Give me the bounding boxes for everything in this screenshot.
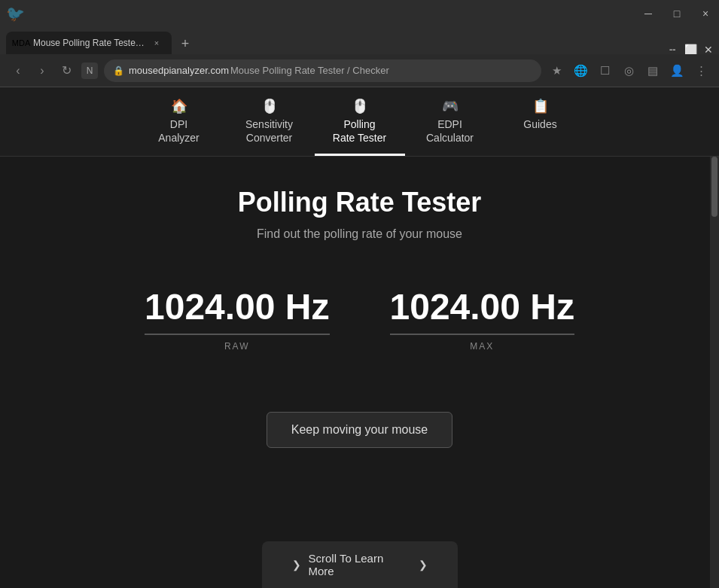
extensions-button[interactable]: N xyxy=(81,62,98,79)
dpi-analyzer-icon: 🏠 xyxy=(171,98,187,114)
scroll-to-learn-more-button[interactable]: ❯ Scroll To Learn More ❯ xyxy=(262,541,458,588)
polling-rate-icon: 🖱️ xyxy=(352,98,368,114)
active-tab[interactable]: MDA Mouse Polling Rate Tester / Che × xyxy=(6,32,172,54)
url-bar[interactable]: 🔒 mousedpianalyzer.com Mouse Polling Rat… xyxy=(104,59,541,82)
os-bird-icon: 🐦 xyxy=(6,5,25,23)
sensitivity-converter-label: SensitivityConverter xyxy=(245,117,293,145)
menu-icon[interactable]: ⋮ xyxy=(692,62,710,80)
window-controls[interactable]: ╌ ⬜ ✕ xyxy=(668,45,713,54)
metrics-row: 1024.00 Hz RAW 1024.00 Hz MAX xyxy=(145,286,574,352)
refresh-button[interactable]: ↻ xyxy=(57,62,75,80)
back-button[interactable]: ‹ xyxy=(9,62,27,80)
scrollbar[interactable] xyxy=(710,157,719,588)
bookmark-icon[interactable]: ★ xyxy=(547,62,565,80)
polling-rate-label: PollingRate Tester xyxy=(333,117,386,145)
translate-icon[interactable]: 🌐 xyxy=(571,62,590,80)
lock-icon: 🔒 xyxy=(113,66,124,76)
guides-icon: 📋 xyxy=(532,98,549,114)
nav-item-guides[interactable]: 📋 Guides xyxy=(495,87,586,156)
metric-max-value: 1024.00 Hz xyxy=(390,286,575,335)
url-text: mousedpianalyzer.com Mouse Polling Rate … xyxy=(129,65,389,76)
dpi-analyzer-label: DPIAnalyzer xyxy=(158,117,199,145)
edpi-calculator-icon: 🎮 xyxy=(442,98,459,114)
nav-item-polling-rate-tester[interactable]: 🖱️ PollingRate Tester xyxy=(315,87,405,156)
win-minimize-icon[interactable]: ╌ xyxy=(668,45,677,54)
tab-title: Mouse Polling Rate Tester / Che xyxy=(33,38,145,48)
url-domain: mousedpianalyzer.com xyxy=(129,65,229,76)
tab-bar: MDA Mouse Polling Rate Tester / Che × + … xyxy=(0,27,719,54)
metric-raw-value: 1024.00 Hz xyxy=(145,286,330,335)
address-bar: ‹ › ↻ N 🔒 mousedpianalyzer.com Mouse Pol… xyxy=(0,54,719,87)
metric-max: 1024.00 Hz MAX xyxy=(390,286,575,352)
page-content: Polling Rate Tester Find out the polling… xyxy=(0,157,719,588)
chevron-left-icon: ❯ xyxy=(292,559,301,571)
titlebar-left: 🐦 xyxy=(6,5,25,23)
screenshot-icon[interactable]: ☐ xyxy=(596,62,614,80)
scrollbar-thumb[interactable] xyxy=(711,157,717,217)
nav-item-sensitivity-converter[interactable]: 🖱️ SensitivityConverter xyxy=(224,87,315,156)
scroll-cta-label: Scroll To Learn More xyxy=(309,552,411,577)
metric-max-label: MAX xyxy=(470,341,494,352)
site-nav: 🏠 DPIAnalyzer 🖱️ SensitivityConverter 🖱️… xyxy=(0,87,719,157)
titlebar-right[interactable]: ─ □ × xyxy=(641,6,713,21)
url-path: Mouse Polling Rate Tester / Checker xyxy=(230,65,389,76)
camera-icon[interactable]: ◎ xyxy=(620,62,638,80)
page-subtitle: Find out the polling rate of your mouse xyxy=(257,227,462,241)
nav-item-edpi-calculator[interactable]: 🎮 EDPICalculator xyxy=(405,87,495,156)
profile-icon[interactable]: 👤 xyxy=(668,62,686,80)
mouse-hint-button[interactable]: Keep moving your mouse xyxy=(267,412,452,448)
page-title: Polling Rate Tester xyxy=(238,187,481,218)
tab-close-button[interactable]: × xyxy=(151,37,163,49)
guides-label: Guides xyxy=(523,117,556,131)
os-titlebar: 🐦 ─ □ × xyxy=(0,0,719,27)
sensitivity-converter-icon: 🖱️ xyxy=(261,98,278,114)
browser-content: 🏠 DPIAnalyzer 🖱️ SensitivityConverter 🖱️… xyxy=(0,87,719,588)
edpi-calculator-label: EDPICalculator xyxy=(426,117,474,145)
win-maximize-icon[interactable]: ⬜ xyxy=(686,45,695,54)
maximize-button[interactable]: □ xyxy=(669,6,684,21)
tab-favicon: MDA xyxy=(15,37,27,49)
win-close-icon[interactable]: ✕ xyxy=(704,45,713,54)
metric-raw: 1024.00 Hz RAW xyxy=(145,286,330,352)
forward-button[interactable]: › xyxy=(33,62,51,80)
close-button[interactable]: × xyxy=(698,6,713,21)
minimize-button[interactable]: ─ xyxy=(641,6,656,21)
sidebar-icon[interactable]: ▤ xyxy=(644,62,662,80)
chevron-right-icon: ❯ xyxy=(419,559,428,571)
metric-raw-label: RAW xyxy=(224,341,250,352)
new-tab-button[interactable]: + xyxy=(175,33,196,54)
nav-item-dpi-analyzer[interactable]: 🏠 DPIAnalyzer xyxy=(134,87,224,156)
